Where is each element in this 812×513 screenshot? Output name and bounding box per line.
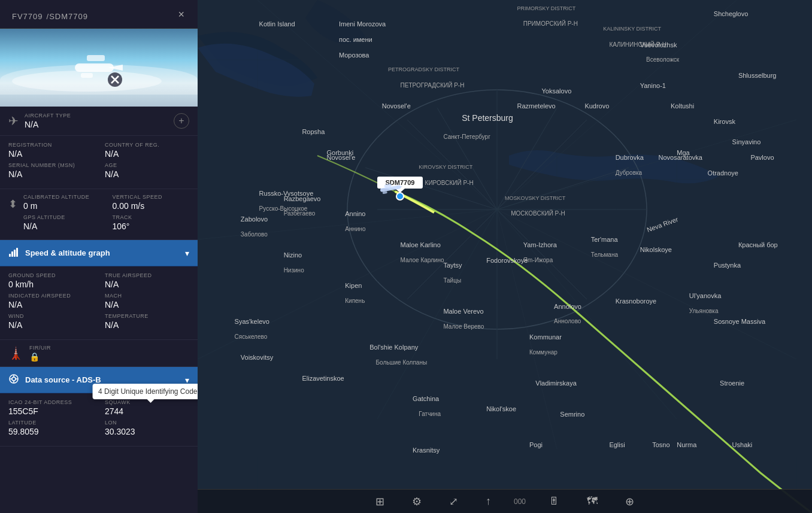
add-aircraft-button[interactable]: + — [174, 113, 189, 129]
plane-icon-big — [72, 47, 126, 89]
gps-alt-value: N/A — [23, 221, 101, 231]
lock-icon: 🔒 — [29, 352, 189, 362]
wind-cell: WIND N/A — [8, 313, 93, 330]
squawk-value: 2744 — [105, 406, 189, 416]
speed-altitude-chevron-icon: ▾ — [185, 248, 189, 258]
wind-value: N/A — [8, 320, 93, 330]
true-airspeed-label: TRUE AIRSPEED — [105, 272, 189, 278]
settings-button[interactable]: ⚙ — [407, 493, 426, 511]
calibrated-alt-cell: CALIBRATED ALTITUDE 0 m — [23, 194, 101, 211]
serial-value: N/A — [8, 169, 93, 179]
flight-id-text: FV7709 — [12, 12, 43, 21]
aircraft-image-overlay — [72, 47, 126, 89]
squawk-tooltip: 4 Digit Unique Identifying Code for ATC — [92, 384, 198, 399]
fullscreen-button[interactable]: ⤢ — [444, 493, 463, 511]
speed-stats-section: GROUND SPEED 0 km/h TRUE AIRSPEED N/A IN… — [0, 266, 198, 340]
country-label: COUNTRY OF REG. — [105, 142, 189, 148]
age-cell: AGE N/A — [105, 162, 189, 179]
calibrated-alt-label: CALIBRATED ALTITUDE — [23, 194, 101, 200]
map-style-button[interactable]: 🗺 — [582, 493, 602, 510]
track-cell: TRACK 106° — [113, 214, 190, 231]
registration-cell: REGISTRATION N/A — [8, 142, 93, 159]
indicated-airspeed-cell: INDICATED AIRSPEED N/A — [8, 293, 93, 309]
registration-section: REGISTRATION N/A COUNTRY OF REG. N/A SER… — [0, 136, 198, 189]
registration-value: N/A — [8, 149, 93, 159]
latitude-label: LATITUDE — [8, 420, 93, 426]
aircraft-type-content: AIRCRAFT TYPE N/A — [25, 113, 168, 129]
altitude-content: CALIBRATED ALTITUDE 0 m VERTICAL SPEED 0… — [23, 194, 189, 235]
icao-label: ICAO 24-BIT ADDRESS — [8, 399, 93, 405]
svg-point-12 — [12, 377, 16, 381]
track-label: TRACK — [113, 214, 190, 220]
data-source-icon — [8, 374, 19, 387]
flight-id: FV7709/SDM7709 — [8, 7, 88, 23]
fir-label: FIR/UIR — [29, 345, 189, 351]
altitude-icon: ⬍ — [8, 198, 17, 211]
aircraft-type-value: N/A — [25, 120, 168, 129]
flight-sub-text: /SDM7709 — [47, 12, 88, 21]
ground-speed-label: GROUND SPEED — [8, 272, 93, 278]
track-value: 106° — [113, 221, 190, 231]
wind-label: WIND — [8, 313, 93, 319]
svg-rect-7 — [9, 254, 11, 257]
layers-button[interactable]: ⊞ — [371, 493, 389, 511]
vertical-speed-cell: VERTICAL SPEED 0.00 m/s — [113, 194, 190, 211]
true-airspeed-value: N/A — [105, 280, 189, 289]
vertical-speed-label: VERTICAL SPEED — [113, 194, 190, 200]
age-label: AGE — [105, 162, 189, 168]
data-source-label: Data source - ADS-B — [25, 375, 179, 384]
calibrated-alt-value: 0 m — [23, 201, 101, 211]
filter-button[interactable]: 🎚 — [544, 493, 564, 510]
age-value: N/A — [105, 169, 189, 179]
fir-icon: 🗼 — [8, 346, 23, 360]
speed-altitude-section-header[interactable]: Speed & altitude graph ▾ — [0, 240, 198, 266]
icao-squawk-section: ICAO 24-BIT ADDRESS 155C5F SQUAWK 2744 4… — [0, 393, 198, 447]
map[interactable]: SDM7709 St Petersburg Санкт-Петербург PR… — [198, 0, 812, 513]
country-cell: COUNTRY OF REG. N/A — [105, 142, 189, 159]
zoom-level: 000 — [514, 497, 526, 506]
gps-alt-label: GPS ALTITUDE — [23, 214, 101, 220]
aircraft-type-row: ✈ AIRCRAFT TYPE N/A + — [0, 107, 198, 136]
latitude-cell: LATITUDE 59.8059 — [8, 420, 93, 436]
share-button[interactable]: ↑ — [481, 493, 496, 510]
sidebar: FV7709/SDM7709 × ✈ AIR — [0, 0, 198, 513]
temperature-label: TEMPERATURE — [105, 313, 189, 319]
longitude-cell: LON 30.3023 — [105, 420, 189, 436]
mach-value: N/A — [105, 300, 189, 309]
svg-rect-10 — [16, 248, 18, 257]
icao-value: 155C5F — [8, 406, 93, 416]
aircraft-type-label: AIRCRAFT TYPE — [25, 113, 168, 119]
indicated-airspeed-value: N/A — [8, 300, 93, 309]
speed-altitude-icon — [8, 247, 19, 260]
svg-rect-9 — [14, 250, 16, 257]
fir-row: 🗼 FIR/UIR 🔒 — [0, 340, 198, 367]
fir-content: FIR/UIR 🔒 — [29, 345, 189, 362]
speed-altitude-label: Speed & altitude graph — [25, 248, 179, 257]
aircraft-image — [0, 29, 198, 107]
sidebar-header: FV7709/SDM7709 × — [0, 0, 198, 29]
mach-label: MACH — [105, 293, 189, 299]
aircraft-type-icon: ✈ — [8, 114, 19, 128]
country-value: N/A — [105, 149, 189, 159]
vertical-speed-value: 0.00 m/s — [113, 201, 190, 211]
icao-cell: ICAO 24-BIT ADDRESS 155C5F — [8, 399, 93, 416]
serial-cell: SERIAL NUMBER (MSN) N/A — [8, 162, 93, 179]
mach-cell: MACH N/A — [105, 293, 189, 309]
true-airspeed-cell: TRUE AIRSPEED N/A — [105, 272, 189, 289]
temperature-value: N/A — [105, 320, 189, 330]
serial-label: SERIAL NUMBER (MSN) — [8, 162, 93, 168]
zoom-in-button[interactable]: ⊕ — [620, 493, 639, 511]
temperature-cell: TEMPERATURE N/A — [105, 313, 189, 330]
ground-speed-cell: GROUND SPEED 0 km/h — [8, 272, 93, 289]
close-button[interactable]: × — [173, 6, 189, 23]
indicated-airspeed-label: INDICATED AIRSPEED — [8, 293, 93, 299]
gps-alt-cell: GPS ALTITUDE N/A — [23, 214, 101, 231]
latitude-value: 59.8059 — [8, 427, 93, 436]
registration-label: REGISTRATION — [8, 142, 93, 148]
map-svg: SDM7709 — [198, 0, 812, 513]
longitude-label: LON — [105, 420, 189, 426]
svg-point-56 — [396, 193, 404, 200]
longitude-value: 30.3023 — [105, 427, 189, 436]
map-bottom-bar: ⊞ ⚙ ⤢ ↑ 000 🎚 🗺 ⊕ — [198, 489, 812, 513]
svg-rect-2 — [87, 55, 105, 61]
